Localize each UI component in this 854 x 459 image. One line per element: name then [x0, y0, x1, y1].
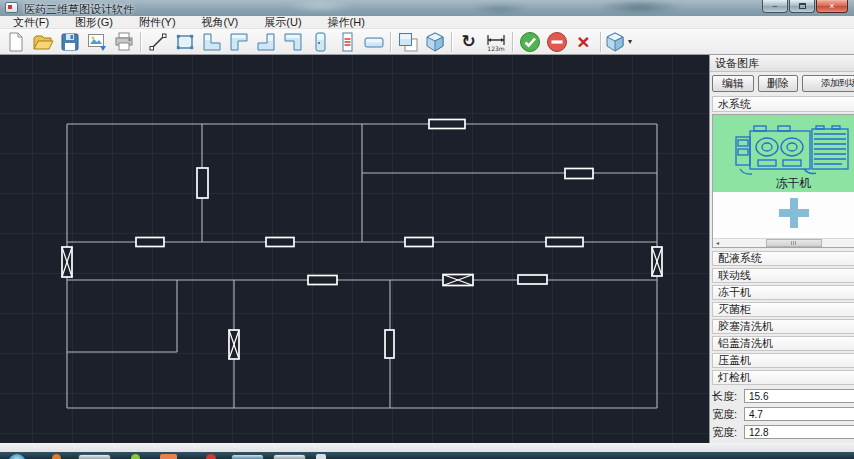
toolbar-separator [512, 32, 513, 52]
cube-3d-icon [423, 30, 447, 54]
wall-corner-top-left-button[interactable] [225, 30, 252, 54]
menu-item-5[interactable]: 展示(U) [251, 16, 314, 28]
dimension-input-1[interactable] [744, 389, 854, 403]
horizontal-scroll-thumb[interactable] [766, 239, 822, 247]
export-image-button[interactable] [83, 30, 110, 54]
field-row-1: 长度: [712, 389, 854, 403]
remove-button[interactable] [543, 30, 570, 54]
category-item-8[interactable]: 灯检机 [712, 370, 854, 385]
scroll-left-icon[interactable]: ◄ [713, 239, 722, 247]
maximize-icon [799, 3, 806, 9]
door-tool-button[interactable] [306, 30, 333, 54]
dimension-input-3[interactable] [744, 425, 854, 439]
rotate-view-button[interactable]: ↻ [455, 30, 482, 54]
taskbar-icon[interactable] [52, 454, 61, 459]
taskbar-button[interactable] [273, 454, 306, 459]
export-image-icon [85, 30, 109, 54]
window-symbol[interactable] [429, 120, 465, 129]
category-item-2[interactable]: 联动线 [712, 268, 854, 283]
line-tool-button[interactable] [144, 30, 171, 54]
door-symbol[interactable] [443, 275, 473, 286]
add-to-scene-button[interactable]: 添加到场景 [802, 75, 854, 92]
open-folder-button[interactable] [29, 30, 56, 54]
open-folder-icon [31, 30, 55, 54]
delete-button[interactable]: × [570, 30, 597, 54]
drawing-canvas[interactable] [0, 55, 709, 443]
cube-3d-button[interactable] [421, 30, 448, 54]
rectangle-tool-button[interactable] [171, 30, 198, 54]
category-item-4[interactable]: 灭菌柜 [712, 302, 854, 317]
windows-taskbar[interactable] [0, 452, 854, 459]
category-item-3[interactable]: 冻干机 [712, 285, 854, 300]
category-item-7[interactable]: 压盖机 [712, 353, 854, 368]
rotate-view-icon: ↻ [461, 33, 475, 50]
window-tool-button[interactable] [333, 30, 360, 54]
maximize-button[interactable] [789, 0, 815, 13]
taskbar-icon[interactable] [316, 454, 326, 459]
category-list: 配液系统联动线冻干机灭菌柜胶塞清洗机铝盖清洗机压盖机灯检机 [712, 251, 854, 387]
window-symbol[interactable] [405, 238, 433, 247]
category-item-6[interactable]: 铝盖清洗机 [712, 336, 854, 351]
field-row-3: 宽度: [712, 425, 854, 439]
category-item-5[interactable]: 胶塞清洗机 [712, 319, 854, 334]
toolbar-separator [451, 32, 452, 52]
start-orb[interactable] [8, 454, 26, 459]
equipment-item-selected[interactable]: 冻干机 [713, 115, 854, 192]
window-symbol[interactable] [546, 238, 583, 247]
view-cube-button[interactable]: ▾ [604, 30, 631, 54]
new-file-button[interactable] [2, 30, 29, 54]
overlap-rectangles-icon [396, 30, 420, 54]
menu-item-1[interactable]: 文件(F) [0, 16, 62, 28]
taskbar-icon[interactable] [160, 454, 177, 459]
taskbar-button[interactable] [78, 454, 111, 459]
measure-button[interactable]: 123m [482, 30, 509, 54]
minimize-button[interactable]: − [762, 0, 788, 13]
close-button[interactable]: × [816, 0, 848, 13]
dropdown-arrow-icon[interactable]: ▾ [628, 37, 632, 46]
overlap-rectangles-button[interactable] [394, 30, 421, 54]
door-symbol[interactable] [62, 247, 72, 277]
equipment-item-label: 冻干机 [776, 176, 812, 192]
category-water-system[interactable]: 水系统 [712, 96, 854, 112]
window-symbol[interactable] [565, 169, 593, 179]
taskbar-button[interactable] [231, 454, 264, 459]
app-window: 医药三维草图设计软件 − × 文件(F)图形(G)附件(Y)视角(V)展示(U)… [0, 0, 854, 452]
panel-tool-button[interactable] [360, 30, 387, 54]
delete-button[interactable]: 删除 [758, 75, 798, 92]
equipment-listbox: 冻干机 ▲ ▼ ◄ ► [712, 114, 854, 248]
listbox-content: 冻干机 [713, 115, 854, 238]
main-area: 设备图库 × 编辑 删除 添加到场景 水系统 [0, 55, 854, 443]
menu-item-6[interactable]: 操作(H) [315, 16, 378, 28]
confirm-button[interactable] [516, 30, 543, 54]
wall-corner-bottom-left-button[interactable] [198, 30, 225, 54]
window-symbol[interactable] [197, 168, 208, 198]
wall-corner-bottom-left-icon [200, 30, 224, 54]
window-symbol[interactable] [266, 238, 294, 247]
toolbar-separator [390, 32, 391, 52]
menu-item-2[interactable]: 图形(G) [62, 16, 126, 28]
door-symbol[interactable] [652, 247, 662, 276]
window-symbol[interactable] [518, 275, 547, 284]
dimension-input-2[interactable] [744, 407, 854, 421]
toolbar-separator [600, 32, 601, 52]
door-symbol[interactable] [229, 330, 239, 359]
panel-button-row: 编辑 删除 添加到场景 [710, 72, 854, 95]
print-button[interactable] [110, 30, 137, 54]
equipment-library-panel: 设备图库 × 编辑 删除 添加到场景 水系统 [709, 55, 854, 443]
equipment-item-add[interactable] [713, 192, 854, 234]
window-symbol[interactable] [136, 238, 164, 247]
window-symbol[interactable] [385, 330, 394, 358]
horizontal-scrollbar[interactable]: ◄ ► [713, 238, 854, 247]
taskbar-icon[interactable] [131, 454, 140, 459]
wall-corner-top-right-button[interactable] [279, 30, 306, 54]
menu-item-4[interactable]: 视角(V) [189, 16, 252, 28]
save-button[interactable] [56, 30, 83, 54]
window-symbol[interactable] [308, 276, 337, 285]
taskbar-icon[interactable] [206, 454, 216, 459]
delete-icon: × [577, 33, 589, 51]
edit-button[interactable]: 编辑 [712, 75, 754, 92]
menu-item-3[interactable]: 附件(Y) [126, 16, 189, 28]
wall-corner-bottom-right-button[interactable] [252, 30, 279, 54]
print-icon [112, 30, 136, 54]
category-item-1[interactable]: 配液系统 [712, 251, 854, 266]
